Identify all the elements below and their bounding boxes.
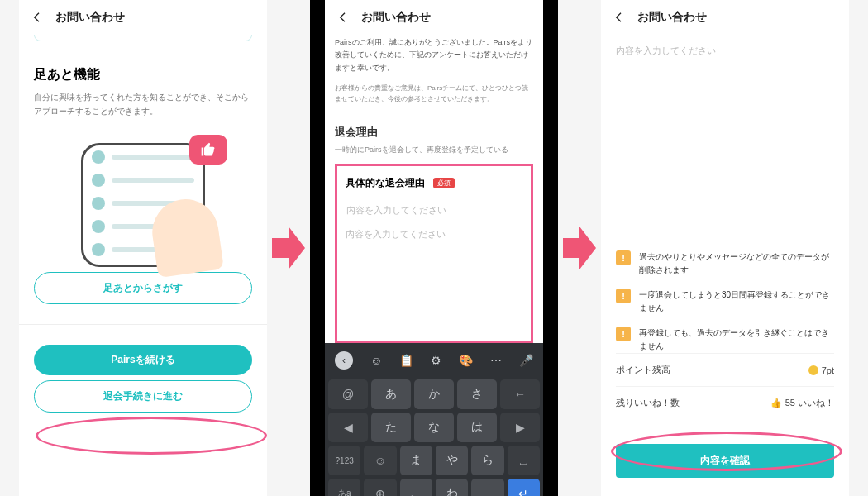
- points-value: 7pt: [822, 365, 834, 375]
- warning-icon: !: [616, 289, 631, 303]
- feature-heading: 足あと機能: [34, 66, 252, 83]
- likes-label: 残りいいね！数: [616, 397, 680, 409]
- likes-value: 55 いいね！: [785, 398, 834, 408]
- page-title: お問い合わせ: [361, 10, 431, 25]
- key[interactable]: 。: [400, 479, 432, 496]
- truncated-button-top: [34, 35, 252, 41]
- coin-icon: [808, 365, 818, 375]
- key-mode[interactable]: ?123: [328, 446, 360, 475]
- key[interactable]: ら: [471, 446, 503, 475]
- header: お問い合わせ: [325, 0, 543, 35]
- kb-tool-more-icon[interactable]: ⋯: [490, 354, 502, 367]
- key-space[interactable]: ⎵: [508, 446, 540, 475]
- stat-points: ポイント残高 7pt: [616, 353, 834, 386]
- key[interactable]: ⊕: [364, 479, 396, 496]
- key-lang[interactable]: あa: [328, 479, 360, 496]
- warning-icon: !: [616, 327, 631, 341]
- key[interactable]: @: [328, 379, 368, 409]
- reason-selected: 一時的にPairsを退会して、再度登録を予定している: [335, 145, 533, 155]
- points-label: ポイント残高: [616, 364, 670, 376]
- back-icon[interactable]: [613, 11, 626, 24]
- continue-pairs-button[interactable]: Pairsを続ける: [34, 345, 252, 375]
- key[interactable]: た: [371, 413, 411, 442]
- soft-keyboard[interactable]: ‹ ☺ 📋 ⚙ 🎨 ⋯ 🎤 @ あ か さ ← ◀ た: [325, 343, 543, 496]
- screen-2: お問い合わせ Pairsのご利用、誠にありがとうございました。Pairsをより改…: [310, 0, 558, 496]
- back-icon[interactable]: [336, 11, 350, 24]
- back-icon[interactable]: [31, 11, 44, 24]
- kb-tool-sticker-icon[interactable]: ☺: [370, 354, 382, 367]
- keyboard-toolbar[interactable]: ‹ ☺ 📋 ⚙ 🎨 ⋯ 🎤: [328, 348, 540, 376]
- like-bubble-icon: [189, 135, 227, 165]
- placeholder-text: 内容を入力してください: [346, 205, 446, 215]
- key[interactable]: 、: [471, 479, 503, 496]
- feature-description: 自分に興味を持ってくれた方を知ることができ、そこからアプローチすることができます…: [34, 90, 252, 118]
- key[interactable]: あ: [371, 379, 411, 409]
- key[interactable]: や: [436, 446, 468, 475]
- screen-3: お問い合わせ 内容を入力してください ! 過去のやりとりやメッセージなどの全ての…: [601, 0, 849, 496]
- placeholder-text: 内容を入力してください: [616, 35, 834, 57]
- key[interactable]: か: [414, 379, 454, 409]
- confirm-button[interactable]: 内容を確認: [616, 444, 834, 478]
- warning-text: 再登録しても、過去のデータを引き継ぐことはできません: [639, 327, 834, 353]
- reason-textarea[interactable]: [346, 228, 522, 327]
- arrow-icon: [563, 227, 596, 269]
- key[interactable]: ☺: [364, 446, 396, 475]
- required-badge: 必須: [433, 178, 455, 188]
- key[interactable]: な: [414, 413, 454, 442]
- thumbs-up-icon: 👍: [770, 398, 782, 408]
- screen-1: お問い合わせ 足あと機能 自分に興味を持ってくれた方を知ることができ、そこからア…: [19, 0, 267, 496]
- kb-tool-palette-icon[interactable]: 🎨: [459, 354, 473, 367]
- key[interactable]: わ: [436, 479, 468, 496]
- key[interactable]: ▶: [500, 413, 540, 442]
- key[interactable]: は: [457, 413, 497, 442]
- header: お問い合わせ: [19, 0, 267, 35]
- key[interactable]: さ: [457, 379, 497, 409]
- intro-text-2: お客様からの貴重なご意見は、Pairsチームにて、ひとつひとつ読ませていただき、…: [335, 81, 533, 107]
- proceed-withdraw-button[interactable]: 退会手続きに進む: [34, 380, 252, 413]
- warning-text: 一度退会してしまうと30日間再登録することができません: [639, 289, 834, 315]
- reason-detail-box: 具体的な退会理由 必須 内容を入力してください: [335, 164, 533, 343]
- key-enter[interactable]: ↵: [508, 479, 540, 496]
- kb-tool-clipboard-icon[interactable]: 📋: [399, 354, 413, 367]
- warning-row: ! 過去のやりとりやメッセージなどの全てのデータが削除されます: [616, 250, 834, 277]
- key[interactable]: ◀: [328, 413, 368, 442]
- stat-likes: 残りいいね！数 👍55 いいね！: [616, 386, 834, 419]
- page-title: お問い合わせ: [55, 10, 125, 25]
- key[interactable]: ま: [400, 446, 432, 475]
- warning-row: ! 一度退会してしまうと30日間再登録することができません: [616, 289, 834, 315]
- arrow-icon: [272, 227, 305, 269]
- kb-tool-mic-icon[interactable]: 🎤: [519, 354, 533, 367]
- warning-row: ! 再登録しても、過去のデータを引き継ぐことはできません: [616, 327, 834, 353]
- intro-text-1: Pairsのご利用、誠にありがとうございました。Pairsをより改善していくため…: [335, 35, 533, 76]
- reason-section-label: 退会理由: [335, 125, 533, 140]
- detail-reason-label: 具体的な退会理由: [346, 177, 425, 188]
- kb-tool-gear-icon[interactable]: ⚙: [431, 354, 441, 367]
- feature-illustration: [34, 126, 252, 267]
- warning-icon: !: [616, 250, 631, 265]
- search-footprint-button[interactable]: 足あとからさがす: [34, 272, 252, 304]
- content: 足あと機能 自分に興味を持ってくれた方を知ることができ、そこからアプローチするこ…: [19, 35, 267, 496]
- page-title: お問い合わせ: [637, 10, 707, 25]
- key-backspace[interactable]: ←: [500, 379, 540, 409]
- kb-collapse-icon[interactable]: ‹: [335, 351, 353, 370]
- warning-text: 過去のやりとりやメッセージなどの全てのデータが削除されます: [639, 250, 834, 277]
- divider: [19, 324, 267, 325]
- header: お問い合わせ: [601, 0, 849, 35]
